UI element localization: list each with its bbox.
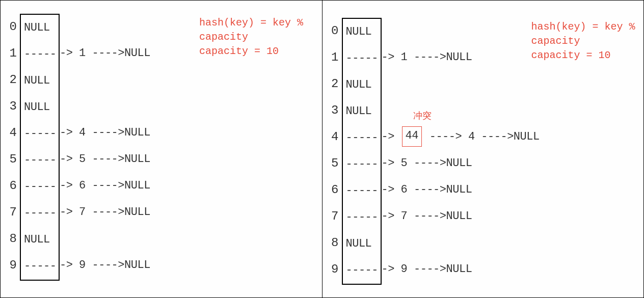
chain: -> 7 ---->NULL: [60, 199, 150, 226]
chain: [382, 71, 540, 97]
chain: [60, 93, 150, 120]
chain: -> 9 ---->NULL: [382, 256, 540, 283]
right-panel: hash(key) = key % capacity capacity = 10…: [323, 1, 644, 297]
idx: 4: [328, 124, 342, 150]
chain: -> 1 ---->NULL: [60, 40, 150, 67]
idx: 7: [328, 203, 342, 230]
idx: 6: [6, 173, 20, 199]
idx: 9: [328, 256, 342, 283]
bucket: -----: [21, 147, 59, 174]
idx: 7: [6, 199, 20, 226]
idx: 2: [6, 67, 20, 93]
bucket-column-right: NULL ----- NULL NULL ----- ----- ----- -…: [342, 18, 382, 285]
bucket: -----: [343, 178, 381, 204]
bucket: NULL: [343, 98, 381, 125]
bucket: -----: [21, 174, 59, 200]
idx: 3: [328, 97, 342, 124]
idx: 0: [328, 18, 342, 44]
idx: 9: [6, 252, 20, 279]
bucket: -----: [343, 125, 381, 151]
bucket-column-left: NULL ----- NULL NULL ----- ----- ----- -…: [20, 14, 60, 281]
idx: 8: [6, 226, 20, 252]
chain-column-right: -> 1 ---->NULL -> 44 ----> 4 ---->NULL -…: [382, 18, 540, 283]
bucket: NULL: [343, 231, 381, 257]
chain: -> 6 ---->NULL: [60, 173, 150, 199]
bucket: -----: [343, 151, 381, 178]
bucket: -----: [21, 253, 59, 280]
chain: -> 7 ---->NULL: [382, 203, 540, 230]
idx: 1: [328, 44, 342, 71]
diagram-container: hash(key) = key % capacity capacity = 10…: [1, 1, 643, 297]
chain: -> 9 ---->NULL: [60, 252, 150, 279]
hash-table-left: 0 1 2 3 4 5 6 7 8 9 NULL ----- NULL NULL…: [6, 14, 317, 281]
chain: -> 5 ---->NULL: [60, 146, 150, 173]
chain-suffix: ----> 4 ---->NULL: [430, 130, 540, 143]
bucket: NULL: [343, 19, 381, 45]
idx: 5: [6, 146, 20, 173]
idx: 1: [6, 40, 20, 67]
idx: 3: [6, 93, 20, 120]
bucket: NULL: [21, 68, 59, 94]
idx: 2: [328, 71, 342, 97]
collision-node: 44: [402, 126, 422, 147]
index-column-right: 0 1 2 3 4 5 6 7 8 9: [328, 18, 342, 283]
idx: 4: [6, 120, 20, 146]
bucket: -----: [343, 45, 381, 72]
left-panel: hash(key) = key % capacity capacity = 10…: [1, 1, 323, 297]
bucket: -----: [21, 41, 59, 68]
hash-table-right: 0 1 2 3 4 5 6 7 8 9 NULL ----- NULL NULL…: [328, 18, 639, 285]
bucket: NULL: [343, 72, 381, 98]
bucket: -----: [343, 257, 381, 284]
chain: [60, 14, 150, 40]
idx: 8: [328, 230, 342, 256]
idx: 5: [328, 150, 342, 177]
chain: [60, 67, 150, 93]
chain: -> 6 ---->NULL: [382, 177, 540, 203]
chain-prefix: ->: [382, 130, 394, 143]
chain: -> 1 ---->NULL: [382, 44, 540, 71]
chain: -> 4 ---->NULL: [60, 120, 150, 146]
chain-collision-row: -> 44 ----> 4 ---->NULL: [382, 124, 540, 150]
idx: 6: [328, 177, 342, 203]
bucket: -----: [21, 200, 59, 227]
chain: -> 5 ---->NULL: [382, 150, 540, 177]
bucket: -----: [343, 204, 381, 231]
bucket: -----: [21, 121, 59, 147]
chain: [382, 18, 540, 44]
bucket: NULL: [21, 94, 59, 121]
bucket: NULL: [21, 227, 59, 253]
chain-column-left: -> 1 ---->NULL -> 4 ---->NULL -> 5 ---->…: [60, 14, 150, 279]
chain: [60, 226, 150, 252]
chain: [382, 97, 540, 124]
chain: [382, 230, 540, 256]
index-column-left: 0 1 2 3 4 5 6 7 8 9: [6, 14, 20, 279]
idx: 0: [6, 14, 20, 40]
bucket: NULL: [21, 15, 59, 41]
